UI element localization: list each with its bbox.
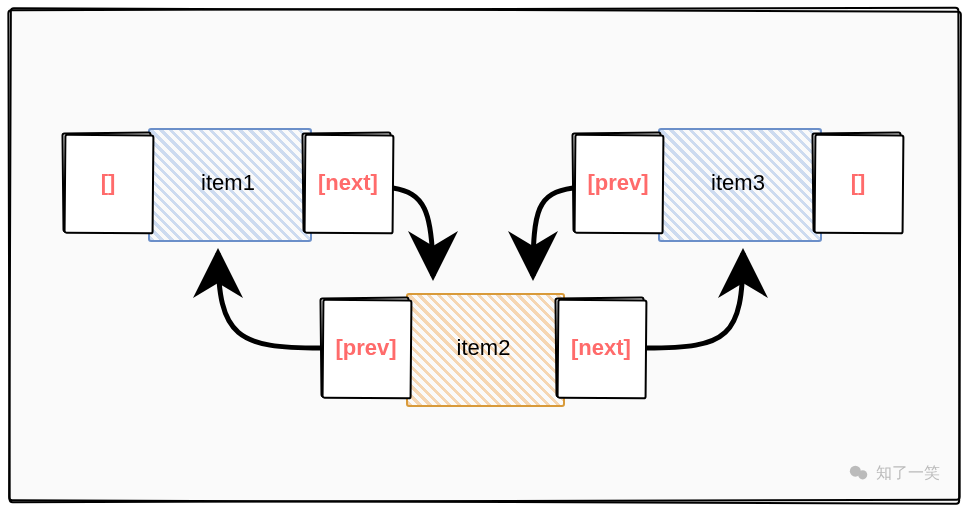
- node2-next: [next]: [556, 298, 646, 398]
- node2-prev: [prev]: [321, 298, 411, 398]
- node1-data-label: item1: [148, 128, 308, 238]
- watermark-text: 知了一笑: [876, 463, 940, 484]
- node1-prev-label: []: [63, 133, 153, 233]
- node3-next: []: [813, 133, 903, 233]
- node3-prev-label: [prev]: [573, 133, 663, 233]
- node3-next-label: []: [813, 133, 903, 233]
- node2-next-label: [next]: [556, 298, 646, 398]
- wechat-icon: [848, 462, 870, 484]
- diagram-canvas: [] item1 [next] [prev] item3 [] [prev] i…: [8, 8, 960, 502]
- node2-data: item2: [406, 293, 561, 403]
- node2-data-label: item2: [406, 293, 561, 403]
- node2-prev-label: [prev]: [321, 298, 411, 398]
- node3-data: item3: [658, 128, 818, 238]
- node1-prev: []: [63, 133, 153, 233]
- node1-data: item1: [148, 128, 308, 238]
- svg-point-1: [858, 470, 867, 479]
- node3-prev: [prev]: [573, 133, 663, 233]
- watermark: 知了一笑: [848, 462, 940, 484]
- node1-next-label: [next]: [303, 133, 393, 233]
- node1-next: [next]: [303, 133, 393, 233]
- node3-data-label: item3: [658, 128, 818, 238]
